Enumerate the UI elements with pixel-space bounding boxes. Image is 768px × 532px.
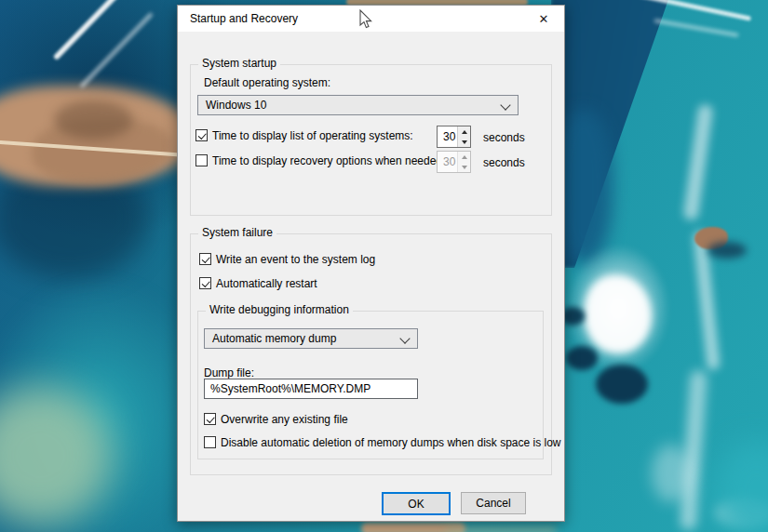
os-list-seconds-value[interactable]: 30: [438, 126, 457, 147]
triangle-down-icon: [462, 140, 467, 144]
spinner-down-button: [458, 162, 470, 172]
dump-file-label: Dump file:: [204, 366, 254, 379]
chevron-down-icon: [500, 100, 510, 110]
wallpaper-feature: [445, 526, 557, 532]
default-os-value: Windows 10: [206, 99, 266, 112]
dialog-title: Startup and Recovery: [190, 12, 298, 25]
ok-button[interactable]: OK: [382, 492, 451, 515]
close-button[interactable]: ✕: [523, 6, 564, 32]
wallpaper-feature: [54, 100, 133, 140]
checkbox-disable-auto-deletion[interactable]: [204, 436, 216, 448]
wallpaper-feature: [79, 12, 153, 88]
wallpaper-feature: [361, 523, 465, 532]
os-list-seconds-unit: seconds: [483, 131, 525, 144]
chevron-down-icon: [399, 333, 410, 343]
checkbox-time-display-recovery-label[interactable]: Time to display recovery options when ne…: [212, 154, 445, 167]
checkbox-write-event-log[interactable]: [199, 253, 211, 265]
recovery-seconds-unit: seconds: [483, 156, 525, 169]
wallpaper-feature: [0, 140, 198, 158]
wallpaper-feature: [715, 499, 768, 526]
spinner-up-button[interactable]: [458, 126, 470, 137]
write-debug-legend: Write debugging information: [206, 303, 353, 316]
close-icon: ✕: [539, 13, 549, 25]
wallpaper-feature: [715, 441, 768, 532]
dump-type-value: Automatic memory dump: [212, 332, 336, 345]
default-os-label: Default operating system:: [204, 76, 330, 89]
system-startup-legend: System startup: [198, 57, 280, 70]
cancel-button[interactable]: Cancel: [461, 492, 526, 514]
wallpaper-feature: [551, 0, 768, 268]
wallpaper-feature: [0, 86, 195, 186]
wallpaper-feature: [680, 370, 707, 531]
triangle-down-icon: [462, 166, 467, 169]
wallpaper-feature: [596, 365, 648, 404]
triangle-up-icon: [462, 130, 467, 134]
wallpaper-feature: [0, 158, 149, 279]
spinner-buttons: [457, 126, 470, 147]
checkbox-write-event-log-label[interactable]: Write an event to the system log: [216, 253, 375, 266]
spinner-up-button: [458, 152, 470, 162]
checkbox-time-display-os-list[interactable]: [195, 129, 208, 141]
mouse-cursor: [359, 9, 372, 30]
wallpaper-feature: [585, 275, 652, 353]
checkbox-time-display-recovery[interactable]: [195, 154, 208, 166]
checkbox-auto-restart-label[interactable]: Automatically restart: [216, 277, 317, 290]
wallpaper-feature: [653, 19, 738, 37]
wallpaper-feature: [652, 445, 691, 502]
spinner-down-button[interactable]: [458, 137, 470, 147]
default-os-select[interactable]: Windows 10: [197, 95, 519, 115]
wallpaper-feature: [566, 244, 670, 374]
checkbox-overwrite-existing-label[interactable]: Overwrite any existing file: [221, 413, 348, 426]
wallpaper-feature: [707, 242, 747, 259]
os-list-seconds-spinner[interactable]: 30: [437, 126, 471, 148]
wallpaper-feature: [630, 0, 751, 21]
recovery-seconds-value: 30: [438, 152, 457, 172]
triangle-up-icon: [462, 155, 467, 159]
wallpaper-feature: [682, 103, 713, 220]
dump-type-select[interactable]: Automatic memory dump: [204, 328, 418, 349]
recovery-seconds-spinner: 30: [437, 151, 471, 173]
wallpaper-feature: [694, 227, 728, 249]
wallpaper-feature: [0, 386, 113, 525]
wallpaper-feature: [32, 119, 171, 184]
dump-file-input[interactable]: [204, 379, 418, 399]
wallpaper-feature: [566, 346, 598, 370]
spinner-buttons: [457, 152, 470, 172]
checkbox-time-display-os-list-label[interactable]: Time to display list of operating system…: [212, 129, 413, 142]
checkbox-auto-restart[interactable]: [199, 277, 211, 289]
checkbox-overwrite-existing[interactable]: [204, 413, 216, 425]
startup-and-recovery-dialog: Startup and Recovery ✕ System startup De…: [177, 5, 565, 522]
desktop: Startup and Recovery ✕ System startup De…: [0, 0, 768, 532]
system-failure-legend: System failure: [198, 226, 276, 239]
wallpaper-feature: [693, 231, 721, 371]
wallpaper-feature: [53, 0, 155, 60]
checkbox-disable-auto-deletion-label[interactable]: Disable automatic deletion of memory dum…: [221, 436, 561, 449]
